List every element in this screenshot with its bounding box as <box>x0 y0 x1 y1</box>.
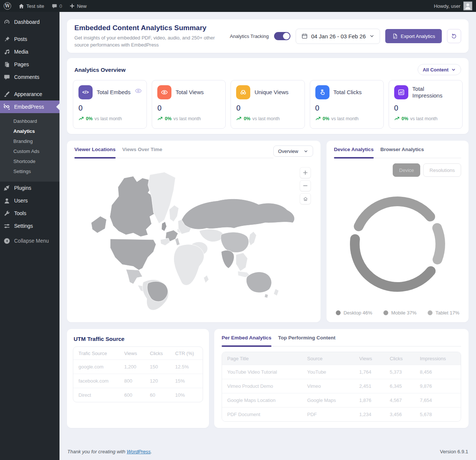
collapse-menu-button[interactable]: Collapse Menu <box>0 234 60 247</box>
tab-browser-analytics[interactable]: Browser Analytics <box>380 147 424 158</box>
wordpress-logo-icon: W <box>4 2 11 10</box>
comments-icon <box>3 73 10 81</box>
table-header-row: Trafic Source Views Clicks CTR (%) <box>73 347 203 360</box>
wp-logo-menu[interactable]: W <box>0 0 15 12</box>
pdf-file-icon <box>392 33 398 39</box>
export-analytics-button[interactable]: Export Analytics <box>385 29 442 43</box>
stat-value: 0 <box>157 104 220 112</box>
chart-icon <box>394 85 408 99</box>
trend-up-icon <box>78 116 84 121</box>
per-embed-table: Page Title Source Views Clicks Impressio… <box>222 352 461 422</box>
howdy-label[interactable]: Howdy, user <box>434 3 460 9</box>
column-header: Trafic Source <box>73 351 119 356</box>
map-home-button[interactable] <box>300 193 311 204</box>
sidebar-item-plugins[interactable]: Plugins <box>0 182 60 194</box>
submenu-item-dashboard[interactable]: Dashboard <box>0 116 60 126</box>
sidebar-item-dashboard[interactable]: Dashboard <box>0 16 60 28</box>
comments-menu[interactable]: 0 <box>48 0 66 12</box>
legend-label: Desktop 46% <box>344 310 372 316</box>
resolutions-filter-button[interactable]: Resolutions <box>423 163 461 177</box>
sidebar-item-tools[interactable]: Tools <box>0 207 60 220</box>
legend-dot <box>336 310 341 315</box>
cell: Google Maps Location <box>222 397 302 403</box>
utm-table: Trafic Source Views Clicks CTR (%) googl… <box>73 346 203 402</box>
stat-card-unique-views: Unique Views 0 0% vs last month <box>231 80 305 129</box>
submenu-item-settings[interactable]: Settings <box>0 166 60 176</box>
refresh-button[interactable] <box>447 29 461 43</box>
chevron-down-icon <box>303 149 308 154</box>
sidebar-item-users[interactable]: Users <box>0 194 60 207</box>
dashboard-icon <box>3 18 10 26</box>
table-row: Vimeo Product Demo Vimeo 2,451 6,345 9,8… <box>222 379 461 393</box>
column-header: Clicks <box>145 351 170 356</box>
cell: 10% <box>170 392 203 398</box>
refresh-icon <box>451 33 457 39</box>
cell: 4,567 <box>385 397 415 403</box>
analytics-tracking-toggle[interactable] <box>274 32 290 40</box>
overview-title: Analytics Overview <box>74 67 126 73</box>
binoculars-icon <box>236 85 250 99</box>
main-content: Embedded Content Analytics Summary Get i… <box>60 12 476 460</box>
device-filter-button[interactable]: Device <box>393 163 420 177</box>
wordpress-link[interactable]: WordPress <box>127 449 151 454</box>
trend-value: 0% <box>165 116 171 121</box>
cell: 1,234 <box>354 412 385 417</box>
world-map <box>74 161 313 312</box>
analytics-overview-panel: Analytics Overview All Content </> Total… <box>67 58 469 134</box>
trend-up-icon <box>157 116 163 121</box>
donut-chart-svg <box>334 185 461 301</box>
all-content-dropdown[interactable]: All Content <box>418 64 461 75</box>
map-zoom-out-button[interactable] <box>300 180 311 191</box>
pin-icon <box>3 35 10 43</box>
tab-per-embed-analytics[interactable]: Per Embed Analytics <box>222 335 271 346</box>
site-name-menu[interactable]: Test site <box>15 0 48 12</box>
sidebar-item-settings[interactable]: Settings <box>0 220 60 232</box>
page-subtitle: Get insights of your embedded PDF, video… <box>74 35 227 48</box>
submenu-item-analytics[interactable]: Analytics <box>0 126 60 136</box>
avatar[interactable] <box>463 1 472 10</box>
cell: 6,345 <box>385 383 415 389</box>
toggle-knob <box>283 33 290 39</box>
submenu-item-branding[interactable]: Branding <box>0 136 60 146</box>
utm-traffic-panel: UTM Traffic Source Trafic Source Views C… <box>67 329 209 428</box>
stat-label: Total Impressions <box>412 86 448 99</box>
sidebar-item-comments[interactable]: Comments <box>0 71 60 83</box>
sidebar-item-appearance[interactable]: Appearance <box>0 88 60 100</box>
sidebar-item-label: Collapse Menu <box>14 238 49 244</box>
version-label: Version 6.9.1 <box>440 449 468 454</box>
cell: 120 <box>145 378 170 384</box>
trend-suffix: vs last month <box>331 116 359 121</box>
sidebar-item-embedpress[interactable]: EmbedPress <box>0 100 60 113</box>
sidebar-item-pages[interactable]: Pages <box>0 58 60 71</box>
cell: 7,654 <box>415 397 459 403</box>
submenu-item-shortcode[interactable]: Shortcode <box>0 156 60 166</box>
sidebar-item-label: Settings <box>14 223 33 229</box>
stat-label: Total Embeds <box>97 89 131 96</box>
submenu-item-custom-ads[interactable]: Custom Ads <box>0 146 60 156</box>
donut-legend: Desktop 46% Mobile 37% Tablet 17% <box>334 310 461 317</box>
map-zoom-in-button[interactable] <box>300 167 311 178</box>
table-row: google.com 1,200 150 12.5% <box>73 360 203 374</box>
tab-viewer-locations[interactable]: Viewer Locations <box>74 147 116 158</box>
embedpress-logo-icon <box>3 103 10 111</box>
date-range-picker[interactable]: 04 Jan 26 - 03 Feb 26 <box>296 29 380 44</box>
new-menu[interactable]: New <box>66 0 90 12</box>
click-hand-icon <box>315 85 329 99</box>
overview-dropdown-label: Overview <box>278 148 298 154</box>
column-header: Views <box>354 356 385 361</box>
sidebar-item-media[interactable]: Media <box>0 45 60 58</box>
world-map-area[interactable] <box>74 161 313 314</box>
trend-suffix: vs last month <box>173 116 201 121</box>
tab-views-over-time[interactable]: Views Over Time <box>122 147 163 158</box>
tab-device-analytics[interactable]: Device Analytics <box>334 147 374 158</box>
cell: 9,876 <box>415 383 459 389</box>
sidebar-item-label: Plugins <box>14 185 31 191</box>
sidebar-item-posts[interactable]: Posts <box>0 33 60 45</box>
footer-thanks-text: Thank you for creating with <box>67 449 127 454</box>
analytics-tracking-label: Analytics Tracking <box>230 33 269 39</box>
stat-value: 0 <box>394 104 457 112</box>
stat-label: Total Clicks <box>334 89 362 96</box>
person-icon <box>464 2 472 10</box>
tab-top-performing-content[interactable]: Top Performing Content <box>278 335 335 346</box>
overview-dropdown[interactable]: Overview <box>273 146 313 157</box>
